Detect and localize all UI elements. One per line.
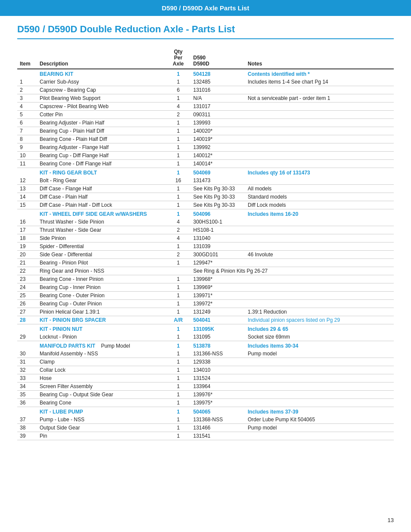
table-row: 16 Thrust Washer - Side Pinion 4 300HS10…	[17, 218, 394, 226]
table-row: 4 Capscrew - Pilot Bearing Web 4 131017	[17, 103, 394, 111]
row-desc: Thrust Washer - Side Gear	[37, 226, 166, 234]
row-notes	[245, 127, 394, 135]
table-row: 28 KIT - PINION BRG SPACER A/R 504041 In…	[17, 316, 394, 324]
row-notes	[245, 259, 394, 267]
row-notes	[245, 243, 394, 251]
row-item: 9	[17, 143, 37, 152]
row-qty: 1	[166, 399, 191, 407]
row-qty: 1	[166, 127, 191, 135]
row-partnum: 139972*	[191, 300, 246, 308]
row-partnum: 139976*	[191, 391, 246, 399]
row-partnum: 140020*	[191, 127, 246, 135]
row-item: 7	[17, 127, 37, 135]
row-qty: 1	[166, 341, 191, 350]
table-row: 36 Bearing Cone 1 139975*	[17, 399, 394, 407]
row-partnum: 140012*	[191, 152, 246, 160]
table-row: 20 Side Gear - Differential 2 300GD101 4…	[17, 251, 394, 259]
row-item: 21	[17, 259, 37, 267]
row-notes: 46 Involute	[245, 251, 394, 259]
row-item: 27	[17, 308, 37, 316]
row-notes: Includes qty 16 of 131473	[245, 168, 394, 177]
table-row: KIT - WHEEL DIFF SIDE GEAR w/WASHERS 1 5…	[17, 209, 394, 218]
row-item: 20	[17, 251, 37, 259]
row-item: 8	[17, 135, 37, 143]
row-partnum: 129947*	[191, 259, 246, 267]
row-item: 23	[17, 275, 37, 283]
row-desc: Hose	[37, 374, 166, 383]
row-desc: Bearing Adjuster - Flange Half	[37, 143, 166, 152]
row-notes	[245, 283, 394, 292]
row-desc: Diff Case - Plain Half - Diff Lock	[37, 201, 166, 209]
col-header-partnum: D590D590D	[191, 47, 246, 69]
row-item: 22	[17, 267, 37, 275]
row-desc: KIT - PINION BRG SPACER	[37, 316, 166, 324]
row-notes	[245, 300, 394, 308]
row-partnum: See Kits Pg 30-33	[191, 201, 246, 209]
row-partnum: 139993	[191, 119, 246, 127]
row-partnum: 131249	[191, 308, 246, 316]
table-row: 38 Output Side Gear 1 131466 Pump model	[17, 424, 394, 432]
row-item	[17, 407, 37, 416]
table-row: 39 Pin 1 131541	[17, 432, 394, 440]
row-partnum: 131017	[191, 103, 246, 111]
row-partnum: 139975*	[191, 399, 246, 407]
row-qty: 2	[166, 251, 191, 259]
table-row: 14 Diff Case - Plain Half 1 See Kits Pg …	[17, 193, 394, 201]
row-desc: Ring Gear and Pinion - NSS	[37, 267, 166, 275]
row-desc: Pilot Bearing Web Support	[37, 94, 166, 103]
row-item: 34	[17, 383, 37, 391]
row-desc: Screen Filter Assembly	[37, 383, 166, 391]
row-partnum: 132485	[191, 78, 246, 86]
row-partnum: 131368-NSS	[191, 416, 246, 424]
table-row: 15 Diff Case - Plain Half - Diff Lock 1 …	[17, 201, 394, 209]
table-row: 22 Ring Gear and Pinion - NSS See Ring &…	[17, 267, 394, 275]
row-qty: 1	[166, 193, 191, 201]
row-qty: 1	[166, 135, 191, 143]
row-qty: 1	[166, 432, 191, 440]
row-notes: Socket size 69mm	[245, 333, 394, 341]
row-notes	[245, 103, 394, 111]
row-notes	[245, 152, 394, 160]
table-row: 7 Bearing Cup - Plain Half Diff 1 140020…	[17, 127, 394, 135]
row-notes: Includes items 16-20	[245, 209, 394, 218]
row-desc: Bearing - Pinion Pilot	[37, 259, 166, 267]
row-notes	[245, 160, 394, 168]
row-desc: Clamp	[37, 358, 166, 366]
table-row: 25 Bearing Cone - Outer Pinion 1 139971*	[17, 292, 394, 300]
row-desc: Pinion Helical Gear 1.39:1	[37, 308, 166, 316]
row-qty: A/R	[166, 316, 191, 324]
row-item: 4	[17, 103, 37, 111]
row-qty: 1	[166, 94, 191, 103]
row-partnum: 139968*	[191, 275, 246, 283]
row-desc: Carrier Sub-Assy	[37, 78, 166, 86]
row-notes: Includes 29 & 65	[245, 324, 394, 333]
table-row: 3 Pilot Bearing Web Support 1 N/A Not a …	[17, 94, 394, 103]
row-desc: Thrust Washer - Side Pinion	[37, 218, 166, 226]
content-area: D590 / D590D Double Reduction Axle - Par…	[0, 24, 411, 449]
row-item: 15	[17, 201, 37, 209]
row-desc: Bearing Cone - Outer Pinion	[37, 292, 166, 300]
row-item: 35	[17, 391, 37, 399]
row-desc: Capscrew - Pilot Bearing Web	[37, 103, 166, 111]
row-partnum: 513878	[191, 341, 246, 350]
table-row: 21 Bearing - Pinion Pilot 1 129947*	[17, 259, 394, 267]
row-item	[17, 168, 37, 177]
row-desc: Output Side Gear	[37, 424, 166, 432]
row-notes: All models	[245, 185, 394, 193]
row-partnum: 139992	[191, 143, 246, 152]
row-item: 12	[17, 177, 37, 185]
row-partnum: 133964	[191, 383, 246, 391]
row-desc: Bearing Cone - Diff Flange Half	[37, 160, 166, 168]
row-partnum: 131095	[191, 333, 246, 341]
row-qty: 1	[166, 168, 191, 177]
table-row: 5 Cotter Pin 2 090311	[17, 111, 394, 119]
page-header: D590 / D590D Axle Parts List	[0, 0, 411, 16]
row-notes	[245, 292, 394, 300]
row-notes: Pump model	[245, 424, 394, 432]
row-item: 30	[17, 350, 37, 358]
row-notes	[245, 111, 394, 119]
row-desc: Bearing Cup - Outer Pinion	[37, 300, 166, 308]
table-body: BEARING KIT 1 504128 Contents identified…	[17, 69, 394, 440]
row-desc: Bearing Adjuster - Plain Half	[37, 119, 166, 127]
row-qty: 6	[166, 86, 191, 94]
